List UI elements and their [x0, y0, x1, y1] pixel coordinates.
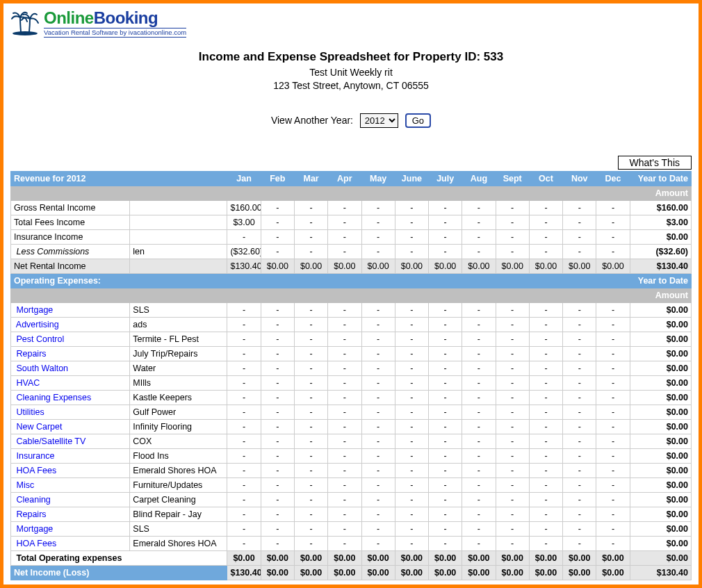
- revenue-cell: -: [395, 245, 428, 259]
- expense-cell: -: [596, 493, 630, 507]
- expense-cell: -: [563, 303, 596, 318]
- expense-ytd: $0.00: [630, 478, 691, 493]
- expense-cell: -: [261, 449, 294, 464]
- expense-link[interactable]: Cleaning Expenses: [16, 393, 91, 402]
- expense-sub: Flood Ins: [130, 449, 227, 464]
- expense-ytd: $0.00: [630, 376, 691, 391]
- expense-cell: -: [361, 493, 395, 507]
- total-operating-cell: $0.00: [496, 551, 529, 566]
- expense-cell: -: [261, 507, 294, 522]
- expense-link[interactable]: South Walton: [16, 364, 68, 373]
- month-header: Feb: [261, 172, 294, 186]
- revenue-cell: -: [596, 245, 630, 259]
- net-rental-cell: $0.00: [462, 259, 496, 274]
- expense-link[interactable]: HOA Fees: [16, 466, 56, 475]
- expense-cell: -: [294, 318, 327, 332]
- expense-cell: -: [261, 303, 294, 318]
- expense-link[interactable]: Repairs: [16, 509, 46, 519]
- expense-cell: -: [496, 464, 529, 478]
- expense-link[interactable]: HOA Fees: [16, 539, 56, 548]
- expense-ytd: $0.00: [630, 391, 691, 405]
- expense-link[interactable]: Utilities: [16, 407, 44, 417]
- operating-header: Operating Expenses:: [11, 274, 227, 288]
- expense-link[interactable]: Insurance: [16, 451, 54, 461]
- expense-cell: -: [462, 347, 496, 361]
- expense-cell: -: [294, 478, 327, 493]
- revenue-cell: -: [496, 215, 529, 230]
- expense-label: Advertising: [11, 318, 130, 332]
- net-rental-cell: $130.40: [227, 259, 261, 274]
- net-rental-label: Net Rental Income: [11, 259, 130, 274]
- page-header: Income and Expense Spreadsheet for Prope…: [10, 50, 692, 91]
- expense-cell: -: [294, 376, 327, 391]
- month-header: Aug: [462, 172, 496, 186]
- expense-cell: -: [361, 405, 395, 420]
- expense-cell: -: [361, 347, 395, 361]
- expense-cell: -: [328, 332, 361, 347]
- expense-cell: -: [529, 434, 562, 449]
- expense-cell: -: [462, 449, 496, 464]
- expense-cell: -: [429, 391, 462, 405]
- net-income-cell: $0.00: [294, 566, 327, 580]
- expense-cell: -: [429, 347, 462, 361]
- expense-cell: -: [429, 376, 462, 391]
- expense-cell: -: [529, 361, 562, 376]
- expense-cell: -: [462, 332, 496, 347]
- expense-cell: -: [563, 478, 596, 493]
- expense-cell: -: [261, 464, 294, 478]
- go-button[interactable]: Go: [405, 113, 431, 128]
- amount-header: Amount: [630, 186, 691, 201]
- net-income-ytd: $130.40: [630, 566, 691, 580]
- expense-cell: -: [529, 449, 562, 464]
- revenue-cell: -: [395, 230, 428, 245]
- expense-cell: -: [529, 391, 562, 405]
- net-rental-cell: $0.00: [596, 259, 630, 274]
- revenue-cell: -: [261, 230, 294, 245]
- expense-cell: -: [529, 464, 562, 478]
- revenue-cell: -: [328, 245, 361, 259]
- expense-ytd: $0.00: [630, 332, 691, 347]
- revenue-cell: -: [429, 245, 462, 259]
- expense-cell: -: [496, 434, 529, 449]
- revenue-ytd: $3.00: [630, 215, 691, 230]
- expense-cell: -: [563, 332, 596, 347]
- expense-cell: -: [227, 405, 261, 420]
- whats-this-button[interactable]: What's This: [618, 156, 692, 170]
- expense-link[interactable]: Pest Control: [16, 334, 64, 344]
- expense-link[interactable]: Cleaning: [16, 495, 50, 505]
- total-operating-cell: $0.00: [328, 551, 361, 566]
- expense-cell: -: [328, 434, 361, 449]
- expense-cell: -: [395, 391, 428, 405]
- expense-link[interactable]: HVAC: [16, 378, 40, 388]
- expense-ytd: $0.00: [630, 537, 691, 551]
- expense-link[interactable]: Mortgage: [16, 524, 53, 534]
- expense-cell: -: [529, 522, 562, 537]
- revenue-cell: -: [596, 215, 630, 230]
- expense-link[interactable]: Mortgage: [16, 305, 53, 315]
- property-name: Test Unit Weekly rit: [10, 67, 692, 78]
- expense-cell: -: [429, 464, 462, 478]
- revenue-label: Total Fees Income: [11, 215, 130, 230]
- revenue-header: Revenue for 2012: [11, 172, 227, 186]
- expense-link[interactable]: Cable/Satellite TV: [16, 436, 85, 446]
- net-income-cell: $130.40: [227, 566, 261, 580]
- year-select[interactable]: 2012: [360, 113, 398, 128]
- expense-cell: -: [261, 522, 294, 537]
- expense-cell: -: [227, 507, 261, 522]
- expense-link[interactable]: Repairs: [16, 349, 46, 359]
- expense-cell: -: [529, 376, 562, 391]
- expense-cell: -: [496, 478, 529, 493]
- expense-link[interactable]: Advertising: [16, 320, 59, 329]
- expense-link[interactable]: Misc: [16, 480, 34, 490]
- revenue-cell: -: [429, 230, 462, 245]
- expense-cell: -: [261, 405, 294, 420]
- expense-cell: -: [261, 420, 294, 434]
- revenue-cell: -: [261, 245, 294, 259]
- expense-cell: -: [328, 537, 361, 551]
- expense-cell: -: [395, 478, 428, 493]
- brand-tagline: Vacation Rental Software by ivacationonl…: [44, 28, 186, 38]
- expense-ytd: $0.00: [630, 493, 691, 507]
- expense-link[interactable]: New Carpet: [16, 422, 62, 432]
- expense-cell: -: [294, 493, 327, 507]
- expense-cell: -: [462, 522, 496, 537]
